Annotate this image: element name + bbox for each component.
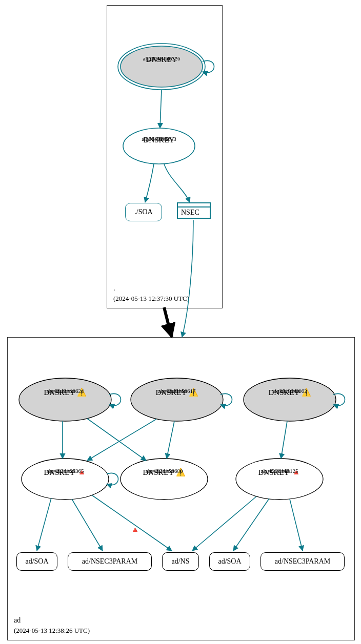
rrset-label: ad/SOA — [25, 557, 48, 566]
ad-nsec3param-right: ad/NSEC3PARAM — [260, 552, 345, 571]
root-zone-box: . (2024-05-13 12:37:30 UTC) — [107, 5, 223, 308]
ad-ns: ad/NS — [162, 552, 199, 571]
ad-zone-label: ad — [14, 616, 21, 625]
ad-nsec3param-left: ad/NSEC3PARAM — [68, 552, 152, 571]
dnskey-bits: 1024 bits — [24, 468, 106, 474]
dnskey-bits: 2048 bits — [123, 136, 195, 142]
rrset-label: ad/NSEC3PARAM — [275, 557, 330, 566]
edge-error-icon: 🔺 — [130, 525, 140, 534]
rrset-label: ad/NSEC3PARAM — [82, 557, 137, 566]
rrset-label: ad/NS — [172, 557, 190, 566]
rrset-label: ./SOA — [134, 208, 152, 216]
ad-zone-timestamp: (2024-05-13 12:38:26 UTC) — [14, 627, 90, 635]
root-soa-node: ./SOA — [125, 203, 162, 221]
ad-zone-box: ad (2024-05-13 12:38:26 UTC) — [7, 337, 355, 640]
ad-soa-left: ad/SOA — [16, 552, 57, 571]
rrset-label: ad/SOA — [218, 557, 241, 566]
ad-soa-right: ad/SOA — [209, 552, 250, 571]
dnskey-bits: 1024 bits — [123, 468, 205, 474]
dnskey-bits: 2048 bits — [136, 388, 218, 394]
dnskey-bits: 2048 bits — [249, 388, 331, 394]
dnskey-bits: 1280 bits — [238, 468, 320, 474]
root-zone-label: . — [113, 284, 115, 293]
root-nsec-node: NSEC — [177, 202, 211, 219]
root-zone-timestamp: (2024-05-13 12:37:30 UTC) — [113, 295, 189, 303]
nsec-label: NSEC — [178, 207, 210, 218]
dnskey-bits: 2048 bits — [24, 388, 106, 394]
dnskey-bits: 2048 bits — [121, 55, 203, 62]
